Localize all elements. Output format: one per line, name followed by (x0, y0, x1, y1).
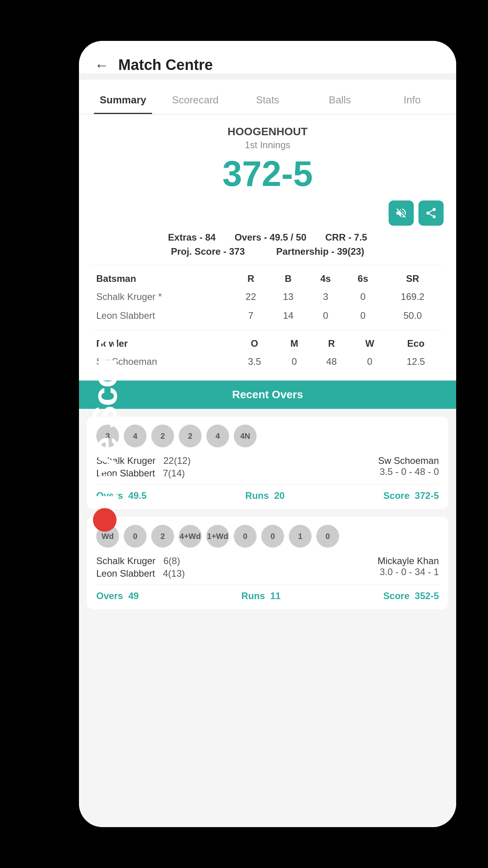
batsman-4s: 3 (307, 287, 344, 306)
ball: 2 (151, 525, 174, 548)
batsman-r: 22 (232, 287, 270, 306)
recent-overs-title: Recent Overs (232, 388, 303, 401)
over-runs: Runs 11 (241, 590, 281, 601)
live-dot (93, 508, 117, 532)
ball: 2 (179, 425, 202, 447)
over-card: 342244N Schalk Kruger 22(12) Leon Slabbe… (87, 417, 448, 509)
batsman-sr: 50.0 (382, 306, 444, 325)
over-info-row: Schalk Kruger 22(12) Leon Slabbert 7(14)… (96, 455, 439, 479)
back-button[interactable]: ← (95, 57, 109, 74)
over-bowler-col: Sw Schoeman 3.5 - 0 - 48 - 0 (378, 455, 439, 479)
table-row: Leon Slabbert 7 14 0 0 50.0 (92, 306, 444, 325)
bowler-o: 3.5 (232, 352, 277, 371)
bowler-m: 0 (277, 352, 312, 371)
tab-scorecard[interactable]: Scorecard (159, 88, 231, 114)
ball: 2 (151, 425, 174, 447)
score-section: HOOGENHOUT 1st Innings 372-5 Extras - 84… (79, 114, 456, 381)
tab-summary[interactable]: Summary (87, 88, 159, 114)
phone-frame: ← Match Centre Summary Scorecard Stats B… (79, 41, 456, 827)
sixes-col-header: 6s (344, 270, 382, 287)
balls-col-header: B (270, 270, 307, 287)
wickets-col-header: W (351, 335, 388, 352)
economy-col-header: Eco (388, 335, 444, 352)
maidens-col-header: M (277, 335, 312, 352)
extras-info: Extras - 84 (168, 232, 216, 243)
app-label: Live Score (85, 336, 125, 531)
batsman-col-header: Batsman (92, 270, 232, 287)
mute-button[interactable] (389, 200, 414, 226)
batsman-name: Leon Slabbert (92, 306, 232, 325)
ball: 0 (124, 525, 147, 548)
over-balls: 342244N (96, 425, 439, 447)
ball: 0 (261, 525, 284, 548)
ball: 0 (234, 525, 257, 548)
bowler-w: 0 (351, 352, 388, 371)
over-bowler-figures: 3.0 - 0 - 34 - 1 (378, 566, 439, 577)
bowler-r: 48 (312, 352, 351, 371)
proj-score-info: Proj. Score - 373 (171, 246, 245, 257)
content-area: HOOGENHOUT 1st Innings 372-5 Extras - 84… (79, 114, 456, 827)
overs-col-header: O (232, 335, 277, 352)
over-batsmen-col: Schalk Kruger 6(8) Leon Slabbert 4(13) (96, 555, 185, 579)
tab-balls[interactable]: Balls (304, 88, 376, 114)
over-balls: Wd024+Wd1+Wd0010 (96, 525, 439, 548)
ball: 4N (234, 425, 257, 447)
table-row: Schalk Kruger * 22 13 3 0 169.2 (92, 287, 444, 306)
overs-info: Overs - 49.5 / 50 (235, 232, 306, 243)
tab-info[interactable]: Info (376, 88, 448, 114)
share-button[interactable] (418, 200, 444, 226)
over-bowler-figures: 3.5 - 0 - 48 - 0 (378, 466, 439, 477)
over-score: Score 372-5 (383, 490, 439, 501)
over-bowler-col: Mickayle Khan 3.0 - 0 - 34 - 1 (378, 555, 439, 579)
batsman-b: 13 (270, 287, 307, 306)
table-row: Sw Schoeman 3.5 0 48 0 12.5 (92, 352, 444, 371)
match-info-row1: Extras - 84 Overs - 49.5 / 50 CRR - 7.5 (92, 232, 444, 243)
batsman-table: Batsman R B 4s 6s SR Schalk Kruger * 22 … (92, 270, 444, 325)
over-info-row: Schalk Kruger 6(8) Leon Slabbert 4(13) M… (96, 555, 439, 579)
over-batsman2: Leon Slabbert 4(13) (96, 568, 185, 579)
innings-label: 1st Innings (92, 140, 444, 151)
over-summary-row: Overs 49 Runs 11 Score 352-5 (96, 585, 439, 601)
tab-stats[interactable]: Stats (231, 88, 304, 114)
recent-overs-header: Recent Overs (79, 381, 456, 409)
ball: 4+Wd (179, 525, 202, 548)
over-batsman1: Schalk Kruger 6(8) (96, 555, 185, 566)
batsman-b: 14 (270, 306, 307, 325)
team-name: HOOGENHOUT (92, 125, 444, 138)
batsman-r: 7 (232, 306, 270, 325)
batsman-name: Schalk Kruger * (92, 287, 232, 306)
page-title: Match Centre (118, 57, 213, 74)
over-overs: Overs 49 (96, 590, 139, 601)
mute-icon (395, 207, 407, 219)
header: ← Match Centre (79, 41, 456, 74)
partnership-info: Partnership - 39(23) (276, 246, 364, 257)
ball: 1 (289, 525, 312, 548)
match-info-row2: Proj. Score - 373 Partnership - 39(23) (92, 246, 444, 257)
ball: 1+Wd (206, 525, 229, 548)
over-bowler: Sw Schoeman (378, 455, 439, 466)
ball: 4 (206, 425, 229, 447)
crr-info: CRR - 7.5 (325, 232, 367, 243)
ball: 4 (124, 425, 147, 447)
app-label-text: Live Score (85, 336, 125, 503)
over-card: Wd024+Wd1+Wd0010 Schalk Kruger 6(8) Leon… (87, 517, 448, 609)
over-bowler: Mickayle Khan (378, 555, 439, 566)
batsman-4s: 0 (307, 306, 344, 325)
over-runs: Runs 20 (245, 490, 284, 501)
fours-col-header: 4s (307, 270, 344, 287)
ball: 0 (316, 525, 339, 548)
batsman-6s: 0 (344, 306, 382, 325)
sr-col-header: SR (382, 270, 444, 287)
over-score: Score 352-5 (383, 590, 439, 601)
runs-col-header: R (232, 270, 270, 287)
bowler-runs-col-header: R (312, 335, 351, 352)
main-score: 372-5 (92, 154, 444, 194)
batsman-6s: 0 (344, 287, 382, 306)
share-icon (425, 207, 437, 219)
tab-bar: Summary Scorecard Stats Balls Info (79, 80, 456, 114)
over-summary-row: Overs 49.5 Runs 20 Score 372-5 (96, 484, 439, 501)
bowler-eco: 12.5 (388, 352, 444, 371)
action-buttons (92, 200, 444, 226)
batsman-sr: 169.2 (382, 287, 444, 306)
over-cards-container: 342244N Schalk Kruger 22(12) Leon Slabbe… (79, 417, 456, 609)
